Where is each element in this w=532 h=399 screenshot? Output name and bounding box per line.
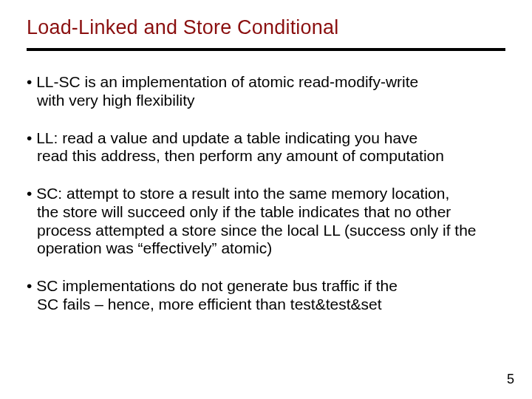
- bullet-item: • LL-SC is an implementation of atomic r…: [27, 73, 505, 110]
- slide-body: • LL-SC is an implementation of atomic r…: [0, 51, 532, 314]
- bullet-item: • SC: attempt to store a result into the…: [27, 185, 505, 258]
- page-number: 5: [507, 372, 514, 387]
- bullet-cont: the store will succeed only if the table…: [27, 203, 505, 258]
- bullet-cont: SC fails – hence, more efficient than te…: [27, 296, 505, 314]
- bullet-item: • LL: read a value and update a table in…: [27, 129, 505, 166]
- bullet-text: • SC implementations do not generate bus…: [27, 277, 398, 294]
- slide-title: Load-Linked and Store Conditional: [0, 0, 532, 39]
- bullet-cont: with very high flexibility: [27, 92, 505, 110]
- bullet-item: • SC implementations do not generate bus…: [27, 277, 505, 314]
- slide: Load-Linked and Store Conditional • LL-S…: [0, 0, 532, 399]
- bullet-text: • LL-SC is an implementation of atomic r…: [27, 73, 418, 90]
- bullet-cont: read this address, then perform any amou…: [27, 147, 505, 166]
- bullet-text: • LL: read a value and update a table in…: [27, 129, 417, 146]
- bullet-text: • SC: attempt to store a result into the…: [27, 185, 449, 202]
